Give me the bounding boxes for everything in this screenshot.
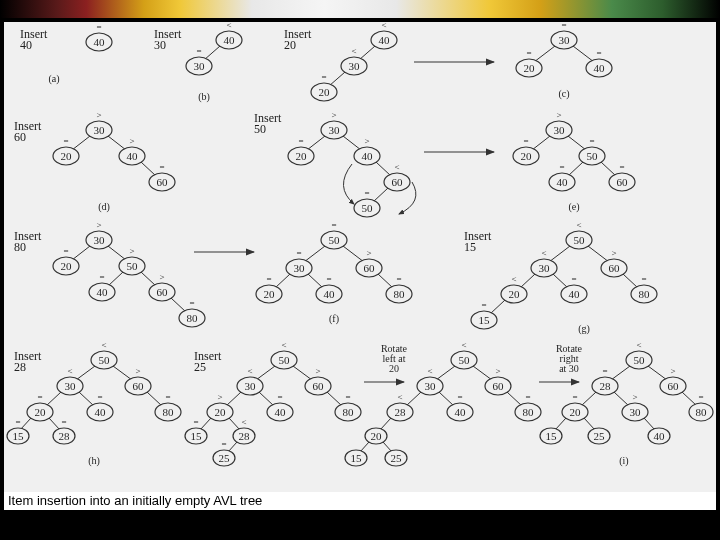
tree-a: 40=	[86, 22, 112, 51]
svg-text:=: =	[559, 162, 564, 172]
svg-text:40: 40	[379, 34, 391, 46]
svg-text:25: 25	[391, 452, 403, 464]
svg-line-96	[108, 272, 123, 286]
svg-text:50: 50	[279, 354, 291, 366]
svg-text:=: =	[96, 22, 101, 32]
svg-text:=: =	[571, 274, 576, 284]
svg-text:40: 40	[654, 430, 666, 442]
svg-text:30: 30	[245, 380, 257, 392]
svg-text:40: 40	[324, 288, 336, 300]
svg-text:>: >	[366, 248, 371, 258]
svg-text:60: 60	[609, 262, 621, 274]
svg-text:=: =	[326, 274, 331, 284]
slide-banner	[0, 0, 720, 18]
svg-text:=: =	[525, 392, 530, 402]
svg-text:=: =	[526, 48, 531, 58]
svg-text:=: =	[523, 136, 528, 146]
label-a: (a)	[48, 73, 59, 85]
svg-text:>: >	[159, 272, 164, 282]
svg-line-62	[373, 188, 388, 202]
svg-line-243	[507, 392, 522, 406]
svg-text:=: =	[97, 392, 102, 402]
label-h: (h)	[88, 455, 100, 467]
svg-line-282	[584, 418, 595, 430]
svg-text:>: >	[135, 366, 140, 376]
svg-text:=: =	[221, 439, 226, 449]
svg-text:=: =	[457, 392, 462, 402]
op-rotate-right-30: Rotaterightat 30	[556, 343, 583, 374]
svg-line-204	[259, 392, 274, 406]
svg-line-123	[308, 274, 323, 288]
tree-g: 50< 30< 60> 20< 40= 80= 15=	[471, 220, 657, 329]
svg-text:=: =	[619, 162, 624, 172]
tree-d: 30> 20= 40> 60=	[53, 110, 175, 191]
svg-text:30: 30	[329, 124, 341, 136]
tree-e-before: 30> 20= 40> 60< 50=	[288, 110, 416, 217]
svg-text:30: 30	[194, 60, 206, 72]
svg-line-267	[581, 392, 596, 406]
svg-line-115	[343, 246, 364, 262]
svg-text:60: 60	[668, 380, 680, 392]
svg-text:=: =	[193, 417, 198, 427]
svg-line-134	[549, 246, 570, 262]
svg-text:28: 28	[395, 406, 407, 418]
svg-text:>: >	[670, 366, 675, 376]
tree-e-after: 30> 20= 50= 40= 60=	[513, 110, 635, 191]
svg-text:<: <	[541, 248, 546, 258]
svg-line-263	[648, 366, 667, 380]
svg-text:40: 40	[362, 150, 374, 162]
svg-line-271	[614, 392, 629, 406]
svg-text:28: 28	[600, 380, 612, 392]
svg-text:20: 20	[521, 150, 533, 162]
svg-text:<: <	[427, 366, 432, 376]
svg-text:=: =	[602, 366, 607, 376]
svg-text:60: 60	[364, 262, 376, 274]
svg-line-239	[439, 392, 454, 406]
svg-text:50: 50	[362, 202, 374, 214]
svg-text:=: =	[481, 300, 486, 310]
svg-line-247	[380, 418, 391, 430]
svg-line-208	[327, 392, 342, 406]
op-insert-25: Insert25	[194, 349, 222, 374]
tree-b: 40< 30=	[186, 22, 242, 75]
svg-text:<: <	[511, 274, 516, 284]
op-insert-15: Insert15	[464, 229, 492, 254]
svg-line-127	[378, 274, 393, 288]
svg-line-227	[436, 366, 455, 380]
svg-text:=: =	[277, 392, 282, 402]
avl-diagram: Insert40 40= (a) Insert30 40< 30= (b) In…	[4, 22, 716, 494]
svg-text:15: 15	[546, 430, 558, 442]
svg-line-73	[568, 136, 586, 150]
svg-text:>: >	[331, 110, 336, 120]
svg-text:40: 40	[557, 176, 569, 188]
svg-text:=: =	[396, 274, 401, 284]
tree-f-after: 50= 30= 60> 20= 40= 80=	[256, 220, 412, 303]
tree-c-before: 40< 30< 20=	[311, 22, 397, 101]
svg-text:20: 20	[296, 150, 308, 162]
svg-text:=: =	[189, 298, 194, 308]
svg-text:=: =	[331, 220, 336, 230]
svg-text:50: 50	[329, 234, 341, 246]
svg-text:20: 20	[319, 86, 331, 98]
svg-text:=: =	[63, 246, 68, 256]
label-d: (d)	[98, 201, 110, 213]
svg-text:<: <	[241, 417, 246, 427]
svg-text:30: 30	[539, 262, 551, 274]
svg-text:30: 30	[65, 380, 77, 392]
svg-text:60: 60	[157, 286, 169, 298]
svg-text:>: >	[315, 366, 320, 376]
svg-text:40: 40	[95, 406, 107, 418]
svg-text:40: 40	[224, 34, 236, 46]
svg-line-111	[304, 246, 325, 262]
svg-text:28: 28	[239, 430, 251, 442]
svg-text:<: <	[67, 366, 72, 376]
op-insert-40: Insert40	[20, 27, 48, 52]
svg-text:50: 50	[459, 354, 471, 366]
svg-line-77	[568, 162, 583, 176]
svg-text:=: =	[37, 392, 42, 402]
svg-line-24	[534, 46, 555, 62]
svg-line-17	[329, 72, 345, 86]
svg-text:<: <	[351, 46, 356, 56]
svg-line-192	[256, 366, 275, 380]
svg-line-100	[141, 272, 156, 286]
